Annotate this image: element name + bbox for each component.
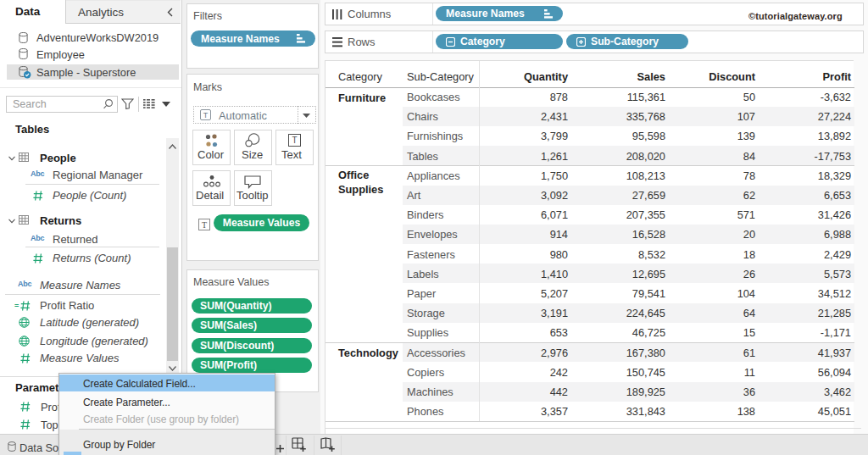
svg-text:T: T (292, 136, 297, 145)
svg-text:T: T (202, 220, 207, 230)
svg-text:T: T (203, 111, 209, 119)
